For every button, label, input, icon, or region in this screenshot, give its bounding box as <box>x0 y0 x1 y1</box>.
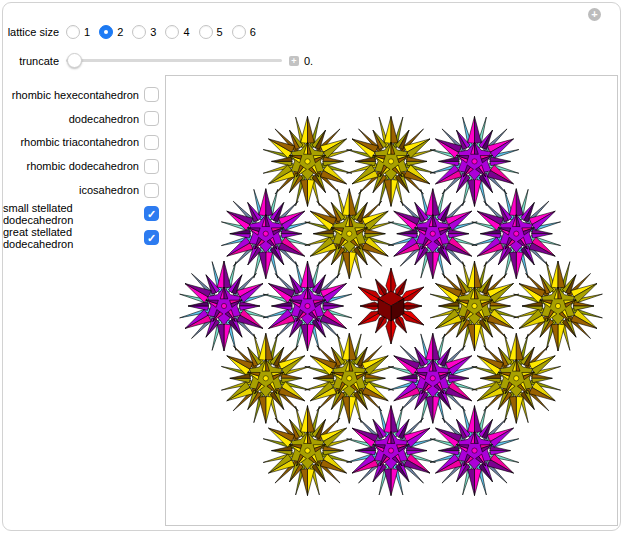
center-red-stellated-solid <box>358 268 424 344</box>
stellated-polyhedra-lattice-graphic <box>166 76 617 525</box>
truncate-expand-icon[interactable]: + <box>289 56 299 66</box>
checkbox-icosahedron[interactable] <box>144 183 159 198</box>
checkbox-dodecahedron[interactable] <box>144 111 159 126</box>
lattice-size-option-2[interactable]: 2 <box>99 25 123 39</box>
radio-button-6[interactable] <box>232 25 246 39</box>
radio-label-5: 5 <box>217 26 223 38</box>
checkbox-label: rhombic hexecontahedron <box>12 89 139 101</box>
radio-button-5[interactable] <box>199 25 213 39</box>
truncate-slider[interactable] <box>66 53 282 68</box>
checkbox-label: rhombic triacontahedron <box>20 136 139 148</box>
lattice-size-option-5[interactable]: 5 <box>199 25 223 39</box>
radio-button-4[interactable] <box>165 25 179 39</box>
manipulate-panel: + lattice size 123456 truncate + 0. rhom… <box>2 2 621 531</box>
polyhedron-toggle-row: great stellated dodecahedron✓ <box>3 226 161 250</box>
polyhedron-toggle-row: dodecahedron <box>3 107 161 131</box>
truncate-value: 0. <box>304 55 313 67</box>
checkbox-label: icosahedron <box>79 184 139 196</box>
checkbox-rhombic-dodecahedron[interactable] <box>144 159 159 174</box>
truncate-slider-track[interactable] <box>66 59 282 62</box>
truncate-slider-thumb[interactable] <box>67 53 82 68</box>
polyhedron-toggle-row: rhombic triacontahedron <box>3 131 161 155</box>
truncate-row: truncate + 0. <box>3 53 313 68</box>
lattice-star-magenta <box>430 406 519 496</box>
truncate-label: truncate <box>3 55 59 67</box>
checkbox-label: rhombic dodecahedron <box>26 160 139 172</box>
polyhedra-checkbox-list: rhombic hexecontahedrondodecahedronrhomb… <box>3 83 161 250</box>
graphic-frame <box>165 75 618 526</box>
lattice-star-magenta <box>347 406 436 496</box>
radio-label-4: 4 <box>183 26 189 38</box>
radio-button-2[interactable] <box>99 25 113 39</box>
lattice-star-yellow <box>263 406 352 496</box>
checkbox-rhombic-hexecontahedron[interactable] <box>144 87 159 102</box>
polyhedron-toggle-row: icosahedron <box>3 178 161 202</box>
radio-label-1: 1 <box>84 26 90 38</box>
panel-expand-icon[interactable]: + <box>588 8 601 21</box>
radio-button-3[interactable] <box>132 25 146 39</box>
lattice-size-option-4[interactable]: 4 <box>165 25 189 39</box>
radio-label-2: 2 <box>117 26 123 38</box>
checkbox-label: great stellated dodecahedron <box>3 226 139 250</box>
checkbox-great-stellated-dodecahedron[interactable]: ✓ <box>144 230 159 245</box>
polyhedron-toggle-row: rhombic hexecontahedron <box>3 83 161 107</box>
checkbox-small-stellated-dodecahedron[interactable]: ✓ <box>144 206 159 221</box>
checkbox-rhombic-triacontahedron[interactable] <box>144 135 159 150</box>
radio-label-6: 6 <box>250 26 256 38</box>
radio-button-1[interactable] <box>66 25 80 39</box>
lattice-size-radio-group: 123456 <box>66 25 256 39</box>
lattice-size-label: lattice size <box>3 26 59 38</box>
radio-label-3: 3 <box>150 26 156 38</box>
lattice-size-option-3[interactable]: 3 <box>132 25 156 39</box>
checkbox-label: small stellated dodecahedron <box>3 202 139 226</box>
checkbox-label: dodecahedron <box>69 113 139 125</box>
lattice-size-option-1[interactable]: 1 <box>66 25 90 39</box>
polyhedron-toggle-row: rhombic dodecahedron <box>3 154 161 178</box>
polyhedron-toggle-row: small stellated dodecahedron✓ <box>3 202 161 226</box>
lattice-size-option-6[interactable]: 6 <box>232 25 256 39</box>
lattice-size-row: lattice size 123456 <box>3 25 256 39</box>
